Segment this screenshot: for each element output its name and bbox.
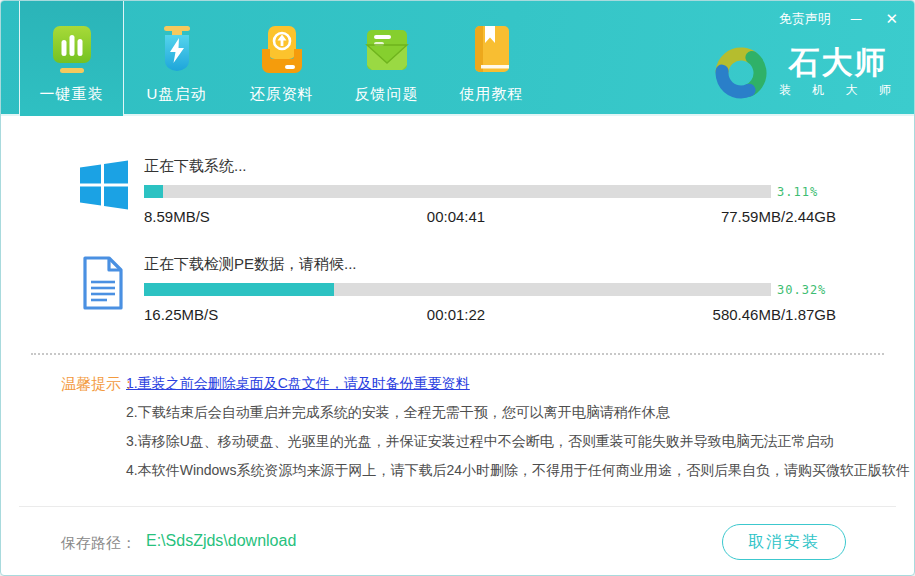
chart-reinstall-icon <box>48 25 96 77</box>
download-size-progress: 580.46MB/1.87GB <box>713 306 836 323</box>
progress-percent: 3.11% <box>777 185 818 199</box>
tip-item-3: 3.请移除U盘、移动硬盘、光驱里的光盘，并保证安装过程中不会断电，否则重装可能失… <box>126 427 878 456</box>
tips-label: 温馨提示： <box>61 375 136 394</box>
usb-boot-icon <box>153 25 201 77</box>
brand-name: 石大师 <box>776 47 900 79</box>
download-time-remaining: 00:04:41 <box>427 208 485 225</box>
minimize-button[interactable]: ─ <box>847 10 866 28</box>
footer-divider <box>19 506 896 507</box>
main-nav: 一键重装 U盘启动 <box>19 1 544 116</box>
header-bar: 一键重装 U盘启动 <box>1 1 914 116</box>
dotted-divider <box>31 353 884 355</box>
document-icon <box>76 254 132 312</box>
download-speed: 16.25MB/S <box>144 306 218 323</box>
nav-label: 一键重装 <box>40 85 104 104</box>
nav-label: 还原资料 <box>250 85 314 104</box>
titlebar-controls: 免责声明 ─ ✕ <box>779 10 902 28</box>
progress-bar: 30.32% <box>144 283 771 296</box>
restore-data-icon <box>258 25 306 77</box>
cancel-install-button[interactable]: 取消安装 <box>722 524 846 560</box>
brand-subtitle: 装 机 大 师 <box>779 82 900 99</box>
close-button[interactable]: ✕ <box>881 10 902 28</box>
download-row-system: 正在下载系统... 3.11% 8.59MB/S 00:04:41 77.59M… <box>76 153 841 226</box>
nav-label: 使用教程 <box>460 85 524 104</box>
tip-item-4: 4.本软件Windows系统资源均来源于网上，请下载后24小时删除，不得用于任何… <box>126 456 878 485</box>
tip-item-2: 2.下载结束后会自动重启并完成系统的安装，全程无需干预，您可以离开电脑请稍作休息 <box>126 398 878 427</box>
app-window: 一键重装 U盘启动 <box>0 0 915 576</box>
nav-label: 反馈问题 <box>355 85 419 104</box>
progress-fill <box>144 283 334 296</box>
feedback-mail-icon <box>363 25 411 77</box>
download-title: 正在下载检测PE数据，请稍候... <box>144 251 841 274</box>
nav-tab-feedback[interactable]: 反馈问题 <box>334 1 439 116</box>
download-title: 正在下载系统... <box>144 153 841 176</box>
tips-section: 温馨提示： 1.重装之前会删除桌面及C盘文件，请及时备份重要资料 2.下载结束后… <box>61 369 878 485</box>
windows-logo-icon <box>76 156 132 214</box>
progress-bar: 3.11% <box>144 185 771 198</box>
nav-label: U盘启动 <box>147 85 207 104</box>
download-row-pe-data: 正在下载检测PE数据，请稍候... 30.32% 16.25MB/S 00:01… <box>76 251 841 324</box>
download-speed: 8.59MB/S <box>144 208 210 225</box>
progress-fill <box>144 185 163 198</box>
disclaimer-link[interactable]: 免责声明 <box>779 10 831 28</box>
nav-tab-usb-boot[interactable]: U盘启动 <box>124 1 229 116</box>
download-time-remaining: 00:01:22 <box>427 306 485 323</box>
brand-swirl-icon <box>715 47 767 99</box>
download-size-progress: 77.59MB/2.44GB <box>721 208 836 225</box>
brand-logo-block: 石大师 装 机 大 师 <box>715 47 900 99</box>
save-path-value: E:\SdsZjds\download <box>146 532 296 550</box>
nav-tab-restore-data[interactable]: 还原资料 <box>229 1 334 116</box>
save-path-label: 保存路径： <box>61 534 136 553</box>
tutorial-book-icon <box>468 25 516 77</box>
nav-tab-reinstall[interactable]: 一键重装 <box>19 1 124 116</box>
progress-percent: 30.32% <box>777 283 826 297</box>
nav-tab-tutorial[interactable]: 使用教程 <box>439 1 544 116</box>
tip-item-1: 1.重装之前会删除桌面及C盘文件，请及时备份重要资料 <box>126 369 878 398</box>
